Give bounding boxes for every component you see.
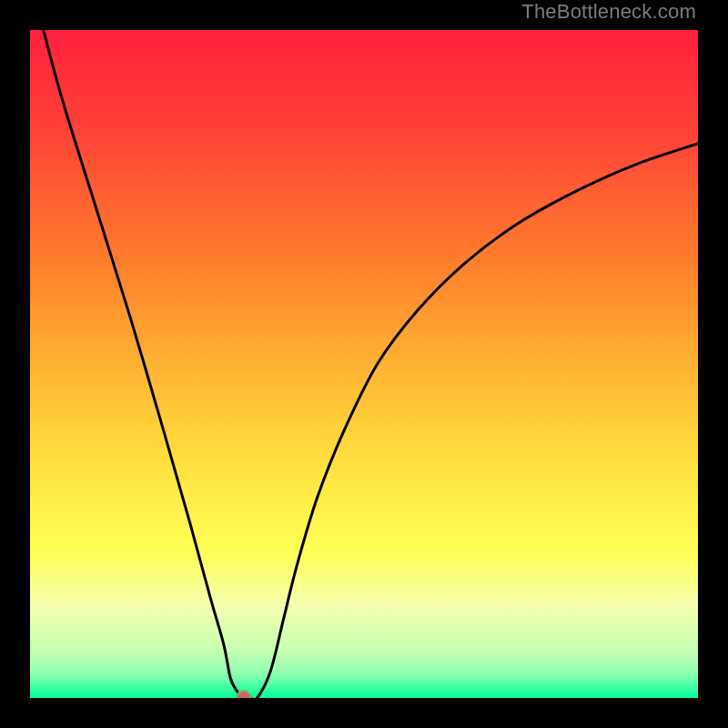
chart-frame: TheBottleneck.com: [0, 0, 728, 728]
bottleneck-chart: [30, 30, 698, 698]
minimum-dot-icon: [237, 691, 251, 698]
gradient-background: [30, 30, 698, 698]
watermark-text: TheBottleneck.com: [521, 0, 696, 24]
plot-area: [30, 30, 698, 698]
